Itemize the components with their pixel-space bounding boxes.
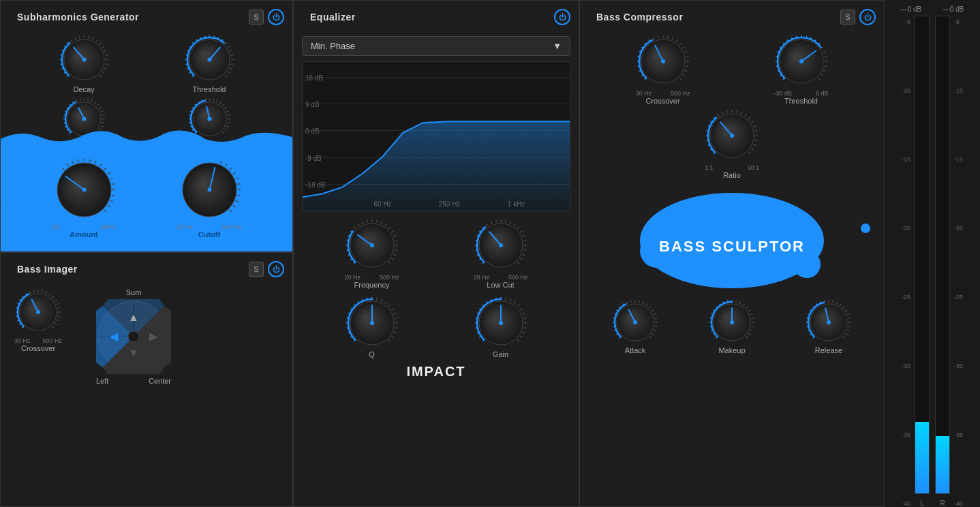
bc-crossover-max: 500 Hz (671, 90, 690, 97)
impact-logo: IMPACT (406, 361, 465, 382)
eq-lowcut-label: Low Cut (487, 281, 514, 289)
scale-neg25-l: -25 (902, 294, 910, 301)
vu-bar-r (935, 16, 950, 494)
bc-release-knob[interactable] (805, 298, 853, 346)
bi-crossover-knob[interactable] (14, 288, 62, 336)
scale-neg15-l: -15 (902, 156, 910, 163)
scale-neg25-r: -25 (954, 294, 973, 301)
bc-threshold-range: -30 dB 6 dB (774, 90, 829, 97)
bc-threshold-knob-group: -30 dB 6 dB Threshold (774, 34, 829, 105)
bc-threshold-max: 6 dB (816, 90, 829, 97)
eq-lowcut-knob-group: 20 Hz 500 Hz Low Cut (474, 218, 528, 289)
scale-neg10-l: -10 (902, 87, 910, 94)
threshold-knob[interactable] (184, 34, 235, 85)
amount-min: 0% (52, 224, 61, 230)
svg-point-10 (793, 251, 821, 278)
scale-neg35-r: -35 (954, 431, 973, 438)
bass-compressor-panel: Bass Compressor S ⏻ 30 Hz 500 Hz Crossov… (579, 0, 885, 507)
bc-attack-knob[interactable] (611, 298, 659, 346)
eq-q-knob[interactable] (345, 296, 399, 350)
vu-meters-panel: —0 dB —0 dB -5 -10 -15 -20 -25 -30 -35 -… (885, 0, 980, 507)
bc-makeup-knob[interactable] (708, 298, 756, 346)
blue-dot-left (7, 200, 18, 211)
amount-knob-group: 0% 100% Amount (52, 157, 117, 239)
eq-lowcut-min: 20 Hz (474, 274, 490, 281)
bc-attack-knob-group: Attack (611, 298, 659, 354)
cutoff-knob[interactable] (177, 157, 242, 222)
eq-lowcut-range: 20 Hz 500 Hz (474, 274, 528, 281)
direction-pad[interactable]: ▲ ▼ ◀ ▶ (96, 299, 171, 374)
svg-text:BASS SCULPTOR: BASS SCULPTOR (659, 238, 805, 255)
scale-neg30-l: -30 (902, 363, 910, 369)
bc-crossover-knob-group: 30 Hz 500 Hz Crossover (636, 34, 690, 105)
scale-neg35-l: -35 (902, 431, 910, 438)
eq-frequency-range: 20 Hz 500 Hz (345, 274, 399, 281)
eq-gain-knob[interactable] (474, 296, 528, 350)
eq-gain-label: Gain (493, 350, 508, 358)
subharmonics-header: Subharmonics Generator S ⏻ (1, 1, 292, 31)
amount-label: Amount (70, 230, 98, 239)
bc-attack-label: Attack (625, 346, 646, 354)
bc-ratio-knob[interactable] (705, 108, 759, 163)
vu-l-label: L (920, 500, 924, 507)
bass-imager-power-button[interactable]: ⏻ (268, 261, 284, 277)
svg-text:▶: ▶ (149, 331, 158, 342)
equalizer-panel: Equalizer ⏻ Min. Phase ▼ 18 dB 9 dB 0 dB… (293, 0, 579, 507)
scale-neg30-r: -30 (954, 363, 973, 369)
subharmonics-s-button[interactable]: S (249, 10, 264, 25)
bass-imager-header: Bass Imager S ⏻ (1, 253, 292, 283)
center-label: Center (149, 377, 171, 385)
eq-curve (303, 62, 570, 211)
subharmonics-buttons: S ⏻ (249, 9, 284, 25)
sum-label: Sum (126, 288, 142, 296)
bass-comp-power-button[interactable]: ⏻ (859, 9, 876, 25)
subharmonics-power-button[interactable]: ⏻ (268, 9, 284, 25)
eq-frequency-knob-group: 20 Hz 500 Hz Frequency (345, 218, 399, 289)
bi-crossover-knob-group: 30 Hz 500 Hz Crossover (14, 288, 62, 352)
bi-crossover-max: 500 Hz (42, 337, 62, 344)
eq-frequency-label: Frequency (354, 281, 390, 289)
phase-dropdown[interactable]: Min. Phase ▼ (302, 36, 570, 56)
subharmonics-panel: Subharmonics Generator S ⏻ Decay Thresho… (0, 0, 293, 252)
vu-top-label-l: —0 dB (901, 5, 922, 13)
threshold-knob-group: Threshold (184, 34, 235, 93)
eq-lowcut-knob[interactable] (474, 218, 528, 273)
scale-neg5-l: -5 (905, 18, 910, 25)
bc-ratio-min: 1:1 (705, 164, 714, 171)
bass-imager-panel: Bass Imager S ⏻ 30 Hz 500 Hz Crossover S… (0, 252, 293, 507)
amount-range: 0% 100% (52, 224, 117, 230)
bass-imager-buttons: S ⏻ (249, 261, 284, 277)
eq-chart[interactable]: 18 dB 9 dB 0 dB -9 dB -18 dB 60 Hz 250 H… (302, 61, 570, 211)
cutoff-max: 500 Hz (222, 224, 242, 230)
bc-threshold-min: -30 dB (774, 90, 793, 97)
scale-neg5-r: -5 (954, 18, 973, 25)
eq-frequency-knob[interactable] (345, 218, 399, 273)
subharmonics-title: Subharmonics Generator (9, 6, 147, 28)
bass-comp-header: Bass Compressor S ⏻ (580, 1, 884, 31)
eq-lowcut-max: 500 Hz (508, 274, 528, 281)
cutoff-range: 30 Hz 500 Hz (177, 224, 242, 230)
bc-ratio-range: 1:1 10:1 (705, 164, 759, 171)
eq-power-button[interactable]: ⏻ (554, 9, 570, 25)
bc-crossover-knob[interactable] (636, 34, 690, 89)
cutoff-min: 30 Hz (177, 224, 194, 230)
amount-knob[interactable] (52, 157, 117, 222)
bc-threshold-knob[interactable] (774, 34, 829, 89)
bass-imager-title: Bass Imager (9, 258, 86, 280)
bass-imager-s-button[interactable]: S (249, 262, 264, 277)
eq-gain-knob-group: Gain (474, 296, 528, 358)
bc-crossover-min: 30 Hz (636, 90, 652, 97)
bass-comp-s-button[interactable]: S (840, 10, 855, 25)
eq-freq-max: 500 Hz (380, 274, 399, 281)
eq-q-knob-group: Q (345, 296, 399, 358)
decay-knob[interactable] (59, 34, 110, 85)
right-section: Bass Compressor S ⏻ 30 Hz 500 Hz Crossov… (579, 0, 980, 507)
svg-text:▼: ▼ (128, 347, 139, 358)
svg-text:◀: ◀ (110, 331, 119, 342)
eq-freq-min: 20 Hz (345, 274, 361, 281)
bc-threshold-label: Threshold (784, 97, 818, 105)
svg-point-7 (128, 331, 139, 342)
bc-ratio-knob-group: 1:1 10:1 Ratio (705, 108, 759, 179)
bi-crossover-label: Crossover (21, 344, 55, 352)
bc-makeup-label: Makeup (718, 346, 745, 354)
